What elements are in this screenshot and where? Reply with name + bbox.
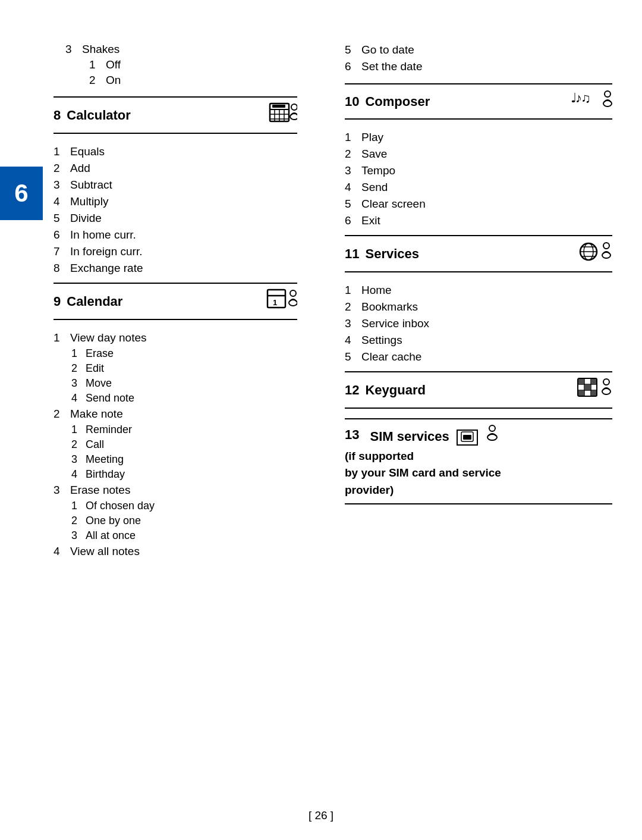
page-number: [ 26 ] [309,809,333,822]
list-item: 6 Exit [345,212,612,229]
chapter-number: 6 [14,179,28,208]
list-item: 3 All at once [71,528,297,543]
shakes-section: 3 Shakes 1 Off 2 On [54,42,297,88]
list-item: 4 View all notes [54,543,297,560]
svg-point-16 [605,91,610,97]
svg-rect-34 [591,391,596,396]
view-day-notes-sub: 1 Erase 2 Edit 3 Move 4 Send note [71,346,297,406]
section12-header: 12 Keyguard [345,371,612,409]
svg-point-40 [487,434,497,440]
list-item: 1 Play [345,129,612,146]
section9-title: Calendar [67,294,260,309]
chapter-tab: 6 [0,167,43,220]
calendar-icon: 1 [266,289,297,314]
list-item: 2 Bookmarks [345,299,612,315]
list-item: 3 Tempo [345,162,612,179]
shakes-item: 3 Shakes [65,42,297,57]
section8-list: 1 Equals 2 Add 3 Subtract 4 Multiply 5 D… [54,143,297,277]
list-item: 3 Move [71,376,297,391]
list-item: 1 View day notes 1 Erase 2 Edit 3 Move [54,330,297,406]
svg-point-35 [603,379,609,385]
list-item: 2 Edit [71,361,297,376]
goto-item-6: 6 Set the date [345,58,612,75]
right-column: 5 Go to date 6 Set the date 10 Composer … [321,24,642,804]
list-item: 4 Send [345,179,612,196]
list-item: 4 Send note [71,391,297,406]
list-item: 2 Call [71,437,297,452]
svg-rect-38 [463,435,471,440]
sim-icon [457,430,478,446]
page-footer: [ 26 ] [0,809,642,822]
services-svg [577,241,612,262]
svg-point-17 [603,101,612,106]
list-item: 6 In home curr. [54,227,297,243]
list-item: 5 Clear cache [345,349,612,365]
section11-header: 11 Services [345,235,612,272]
svg-point-14 [289,300,297,306]
page: 6 3 Shakes 1 Off 2 On 8 Calcula [0,0,642,840]
svg-rect-31 [585,385,590,390]
list-item: 1 Erase [71,346,297,361]
list-item: 8 Exchange rate [54,260,297,277]
sim-person-icon [484,429,501,444]
list-item: 2 Add [54,160,297,177]
list-item: 4 Settings [345,332,612,349]
goto-item-5: 5 Go to date [345,42,612,58]
section9-header: 9 Calendar 1 [54,283,297,320]
list-item: 1 Home [345,282,612,299]
list-item: 4 Multiply [54,193,297,210]
section13-title: SIM services [370,424,612,446]
svg-text:1: 1 [273,298,277,307]
list-item: 1 Equals [54,143,297,160]
svg-rect-32 [591,379,596,384]
section11-num: 11 [345,246,359,262]
shakes-sub: 1 Off 2 On [89,57,297,88]
section12-title: Keyguard [365,383,571,398]
svg-point-23 [603,243,609,249]
shakes-label: Shakes [82,43,119,56]
section10-header: 10 Composer ♩♪♫ [345,83,612,120]
section10-list: 1 Play 2 Save 3 Tempo 4 Send 5 Clear scr… [345,129,612,229]
section13-num: 13 [345,427,359,443]
list-item: 2 One by one [71,513,297,528]
section10-num: 10 [345,94,359,109]
list-item: 5 Clear screen [345,196,612,212]
svg-point-8 [291,104,297,110]
svg-rect-7 [272,105,285,108]
svg-point-13 [290,290,296,296]
keyguard-svg [577,377,612,399]
composer-svg: ♩♪♫ [571,89,612,109]
list-item: 1 Of chosen day [71,499,297,513]
shakes-sub-item-2: 2 On [89,73,297,88]
list-item: 2 Make note 1 Reminder 2 Call 3 Meeting [54,406,297,482]
section9-list: 1 View day notes 1 Erase 2 Edit 3 Move [54,330,297,560]
section8-header: 8 Calculator [54,96,297,134]
svg-point-24 [602,252,610,258]
svg-point-39 [489,425,495,431]
svg-point-36 [602,388,610,394]
sim-note-text: (if supportedby your SIM card and servic… [345,446,612,499]
list-item: 3 Service inbox [345,315,612,332]
left-column: 3 Shakes 1 Off 2 On 8 Calculator [0,24,321,804]
list-item: 1 Reminder [71,422,297,437]
goto-section: 5 Go to date 6 Set the date [345,42,612,75]
svg-rect-10 [268,290,285,308]
svg-rect-33 [578,391,584,396]
list-item: 5 Divide [54,210,297,227]
list-item: 3 Erase notes 1 Of chosen day 2 One by o… [54,482,297,543]
list-item: 4 Birthday [71,467,297,482]
section9-num: 9 [54,294,61,309]
section10-title: Composer [365,94,565,109]
shakes-num: 3 [65,43,82,56]
list-item: 3 Subtract [54,177,297,193]
make-note-sub: 1 Reminder 2 Call 3 Meeting 4 Birthday [71,422,297,482]
calendar-svg: 1 [266,289,297,310]
shakes-sub-item-1: 1 Off [89,57,297,73]
section11-title: Services [365,246,571,262]
calculator-icon [269,102,297,128]
svg-point-9 [290,114,297,120]
section8-num: 8 [54,108,61,123]
list-item: 3 Meeting [71,452,297,467]
calculator-svg [269,102,297,124]
section8-title: Calculator [67,108,263,123]
